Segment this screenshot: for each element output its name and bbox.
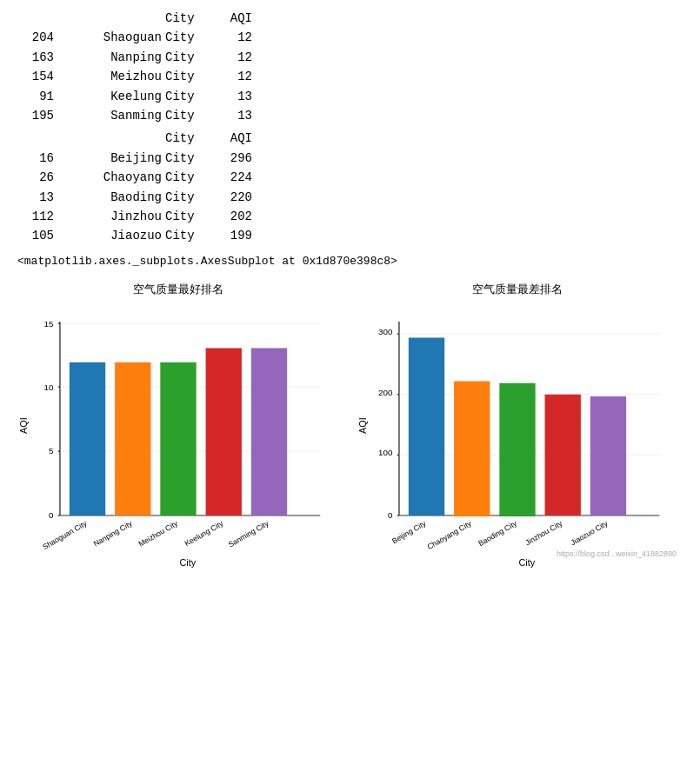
table-row: 204 Shaoguan City 12 [17, 28, 683, 47]
svg-text:100: 100 [378, 448, 393, 457]
table-row: 16 Beijing City 296 [17, 149, 683, 168]
table-best-header: City AQI [17, 9, 683, 28]
bar-keelung [206, 348, 242, 515]
bar-jiaozuo [590, 396, 626, 515]
table-row: 154 Meizhou City 12 [17, 67, 683, 86]
row-index: 204 [17, 28, 61, 47]
svg-text:5: 5 [49, 446, 54, 455]
row-city: Baoding [61, 188, 165, 207]
xtick-baoding: Baoding City [477, 518, 518, 548]
charts-row: 空气质量最好排名 0 5 10 15 [17, 282, 683, 560]
row-aqi: 224 [209, 168, 252, 187]
chart-best-container: 空气质量最好排名 0 5 10 15 [17, 282, 339, 560]
header-city-2: City [165, 129, 209, 148]
row-aqi: 296 [209, 149, 252, 168]
bar-sanming [251, 348, 287, 515]
row-label: City [165, 226, 209, 245]
chart-best-title: 空气质量最好排名 [17, 282, 339, 297]
table-row: 105 Jiaozuo City 199 [17, 226, 683, 245]
table-row: 195 Sanming City 13 [17, 106, 683, 125]
chart-worst-svg: 0 100 200 300 [357, 301, 678, 579]
row-label: City [165, 188, 209, 207]
page-container: City AQI 204 Shaoguan City 12 163 Nanpin… [0, 0, 700, 569]
row-index: 195 [17, 106, 61, 125]
header-city-1: City [165, 9, 209, 28]
row-aqi: 12 [209, 28, 252, 47]
row-city: Shaoguan [61, 28, 165, 47]
table-row: 26 Chaoyang City 224 [17, 168, 683, 187]
xtick-keelung: Keelung City [183, 518, 225, 548]
bar-beijing [409, 337, 444, 515]
xtick-chaoyang: Chaoyang City [425, 518, 473, 550]
header-spacer-1 [17, 9, 165, 28]
xtick-jiaozuo: Jiaozuo City [569, 518, 610, 547]
xtick-meizhou: Meizhou City [137, 518, 180, 548]
row-index: 154 [17, 67, 61, 86]
row-index: 163 [17, 48, 61, 67]
table-row: 112 Jinzhou City 202 [17, 207, 683, 226]
bar-meizhou [160, 362, 196, 515]
header-spacer-2 [17, 129, 165, 148]
bar-nanping [115, 362, 150, 515]
row-aqi: 12 [209, 48, 252, 67]
table-worst: City AQI 16 Beijing City 296 26 Chaoyang… [17, 129, 683, 245]
table-row: 13 Baoding City 220 [17, 188, 683, 207]
chart-worst-container: 空气质量最差排名 0 100 200 300 [357, 282, 678, 560]
row-aqi: 202 [209, 207, 252, 226]
svg-text:0: 0 [49, 510, 54, 520]
row-city: Jinzhou [61, 207, 165, 226]
xlabel-worst: City [519, 556, 536, 567]
xtick-nanping: Nanping City [92, 518, 135, 548]
row-label: City [165, 28, 209, 47]
bar-shaoguan [70, 362, 105, 515]
row-city: Keelung [61, 87, 165, 106]
table-row: 163 Nanping City 12 [17, 48, 683, 67]
row-label: City [165, 87, 209, 106]
row-index: 16 [17, 149, 61, 168]
row-label: City [165, 168, 209, 187]
row-city: Nanping [61, 48, 165, 67]
svg-text:10: 10 [43, 382, 53, 392]
svg-text:300: 300 [378, 327, 393, 336]
row-city: Sanming [61, 106, 165, 125]
table-row: 91 Keelung City 13 [17, 87, 683, 106]
bar-jinzhou [545, 394, 581, 515]
row-label: City [165, 149, 209, 168]
row-aqi: 13 [209, 87, 252, 106]
row-index: 105 [17, 226, 61, 245]
row-city: Chaoyang [61, 168, 165, 187]
svg-text:15: 15 [43, 319, 53, 329]
row-index: 91 [17, 87, 61, 106]
xtick-shaoguan: Shaoguan City [41, 518, 89, 550]
row-label: City [165, 207, 209, 226]
row-aqi: 12 [209, 67, 252, 86]
row-city: Meizhou [61, 67, 165, 86]
watermark: https://blog.csd...weixin_41882890 [557, 549, 677, 558]
xlabel-best: City [180, 556, 197, 567]
row-label: City [165, 67, 209, 86]
bar-baoding [499, 382, 535, 515]
chart-worst-title: 空气质量最差排名 [357, 282, 678, 297]
xtick-jinzhou: Jinzhou City [523, 518, 564, 547]
row-aqi: 220 [209, 188, 252, 207]
row-aqi: 13 [209, 106, 252, 125]
bar-chaoyang [454, 381, 490, 516]
chart-best-svg: 0 5 10 15 [17, 301, 339, 579]
matplotlib-repr: <matplotlib.axes._subplots.AxesSubplot a… [17, 255, 683, 268]
ylabel-best: AQI [18, 417, 29, 434]
row-aqi: 199 [209, 226, 252, 245]
table-best: City AQI 204 Shaoguan City 12 163 Nanpin… [17, 9, 683, 125]
row-city: Jiaozuo [61, 226, 165, 245]
header-aqi-1: AQI [209, 9, 252, 28]
header-aqi-2: AQI [209, 129, 252, 148]
ylabel-worst: AQI [357, 417, 368, 434]
svg-text:0: 0 [388, 510, 393, 520]
xtick-beijing: Beijing City [390, 518, 428, 545]
xtick-sanming: Sanming City [227, 518, 270, 549]
svg-text:200: 200 [378, 388, 393, 397]
row-city: Beijing [61, 149, 165, 168]
table-worst-header: City AQI [17, 129, 683, 148]
row-index: 112 [17, 207, 61, 226]
row-index: 26 [17, 168, 61, 187]
row-index: 13 [17, 188, 61, 207]
